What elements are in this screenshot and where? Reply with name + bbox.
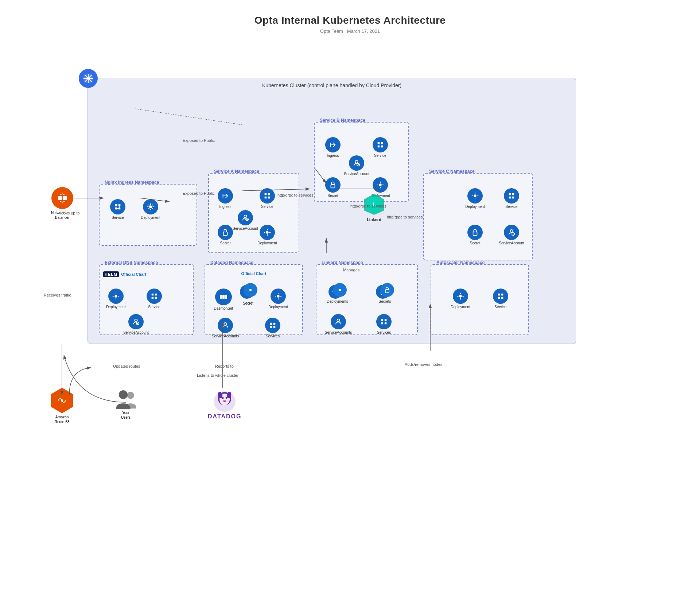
svg-rect-74	[498, 297, 500, 299]
dns-service-label: Service	[148, 305, 160, 309]
dns-serviceaccount-icon: ServiceAccount	[125, 314, 147, 335]
svb-ingress-icon: Ingress	[322, 137, 344, 158]
svg-rect-53	[225, 295, 227, 299]
svg-point-56	[277, 295, 279, 297]
svc-service-label: Service	[505, 205, 517, 209]
dd-daemonset-label: DaemonSet	[214, 306, 233, 311]
svg-rect-60	[270, 326, 272, 328]
svg-rect-51	[220, 295, 222, 299]
route53-icon: AmazonRoute 53	[51, 388, 73, 424]
svg-point-23	[266, 231, 268, 233]
svg-point-39	[510, 230, 513, 232]
svg-rect-7	[118, 204, 121, 206]
svg-point-80	[127, 392, 134, 399]
adds-removes-annotation: Adds/removes nodes	[405, 362, 442, 367]
svb-secret-label: Secret	[328, 194, 338, 198]
nginx-ingress-label: Nginx Ingress Namespace	[105, 180, 159, 185]
svg-point-85	[222, 397, 224, 399]
http-grpc-annotation-1: http/grpc to services	[277, 193, 313, 197]
dd-services-icon: Services	[260, 318, 285, 338]
svg-point-86	[226, 397, 228, 399]
svg-rect-47	[152, 297, 154, 299]
svg-rect-77	[63, 196, 67, 200]
listens-annotation: Listens to whole cluster	[197, 373, 238, 378]
svg-point-14	[149, 205, 152, 208]
users-label: YourUsers	[121, 410, 131, 420]
datadog-text: DATADOG	[208, 413, 242, 420]
svg-rect-34	[509, 193, 511, 196]
sva-secret-icon: Secret	[214, 225, 236, 245]
svg-rect-67	[381, 319, 384, 321]
page-subtitle: Opta Team | March 17, 2021	[0, 28, 700, 34]
dd-services-label: Services	[266, 334, 280, 338]
svb-secret-icon: Secret	[322, 177, 344, 198]
svc-service-icon: Service	[501, 188, 522, 209]
svg-point-49	[135, 319, 137, 322]
svg-point-57	[224, 323, 226, 325]
svg-point-66	[337, 319, 339, 322]
datadog-icon: DATADOG	[208, 388, 242, 420]
svc-serviceaccount-icon: ServiceAccount	[501, 225, 522, 245]
k8s-cluster-box: Kubernetes Cluster (control plane handle…	[88, 78, 576, 344]
sva-service-icon: Service	[256, 188, 278, 209]
lnk-services-icon: Services	[371, 314, 397, 335]
svg-rect-16	[265, 193, 267, 196]
exposed-public-annotation-2: Exposed to Public	[183, 191, 215, 196]
svg-point-79	[61, 399, 63, 402]
sva-ingress-icon: Ingress	[214, 188, 236, 209]
http-grpc-annotation-2: http/grpc to services	[350, 204, 386, 208]
dd-serviceaccounts-label: ServiceAccounts	[212, 334, 239, 338]
svb-ingress-label: Ingress	[327, 154, 339, 158]
dns-service-icon: Service	[143, 289, 165, 309]
dns-serviceaccount-label: ServiceAccount	[123, 330, 148, 335]
dd-secrets-label: Secret	[243, 301, 253, 305]
svg-rect-36	[509, 197, 511, 199]
kubernetes-logo	[79, 69, 98, 88]
svg-rect-68	[385, 319, 387, 321]
sva-deployment-label: Deployment	[257, 241, 277, 245]
svg-rect-73	[501, 294, 503, 296]
dd-deployment-icon: Deployment	[267, 289, 289, 309]
svg-rect-58	[270, 323, 272, 325]
svg-rect-38	[473, 232, 477, 235]
svg-point-33	[474, 194, 476, 197]
svg-rect-22	[223, 232, 228, 235]
svg-rect-31	[331, 185, 335, 188]
lnk-deployments-icon: Deployments	[324, 283, 351, 304]
dns-deployment-label: Deployment	[106, 305, 125, 309]
service-b-label: Service B Namespace	[320, 118, 365, 123]
svg-point-55	[249, 289, 252, 291]
nginx-service-icon: Service	[107, 199, 129, 220]
helm-badge: HELM	[103, 271, 119, 277]
exposed-public-annotation: Exposed to Public	[183, 138, 215, 143]
reports-to-annotation: Reports to	[215, 364, 234, 368]
svg-rect-76	[58, 196, 62, 200]
nginx-deployment-icon: Deployment	[140, 199, 162, 220]
svb-serviceaccount-icon: ServiceAccount	[346, 155, 368, 176]
svg-rect-25	[378, 142, 380, 144]
svc-secret-icon: Secret	[464, 225, 486, 245]
dd-serviceaccounts-icon: ServiceAccounts	[211, 318, 240, 338]
svg-rect-9	[118, 208, 121, 210]
users-icon: YourUsers	[113, 390, 139, 420]
linkerd-ns-label: Linkerd Namespace	[322, 260, 363, 265]
official-chart-label-dd: Official Chart	[241, 271, 266, 276]
svg-rect-26	[381, 142, 383, 144]
as-deployment-icon: Deployment	[450, 289, 471, 309]
svg-rect-19	[268, 197, 270, 199]
svg-rect-46	[155, 294, 157, 296]
updates-routes-annotation: Updates routes	[113, 364, 140, 368]
svc-deployment-icon: Deployment	[464, 188, 486, 209]
svb-service-icon: Service	[369, 137, 391, 158]
lnk-serviceaccounts-icon: ServiceAccounts	[324, 314, 353, 335]
lnk-services-label: Services	[377, 330, 391, 335]
sva-service-label: Service	[261, 205, 273, 209]
receives-traffic-annotation: Receives traffic	[44, 293, 71, 297]
svg-rect-48	[155, 297, 157, 299]
svg-point-32	[379, 183, 381, 186]
lnk-deployments-label: Deployments	[327, 299, 348, 304]
svb-service-label: Service	[374, 154, 386, 158]
svg-rect-65	[385, 290, 389, 293]
svc-serviceaccount-label: ServiceAccount	[499, 241, 524, 245]
svg-rect-45	[152, 294, 154, 296]
